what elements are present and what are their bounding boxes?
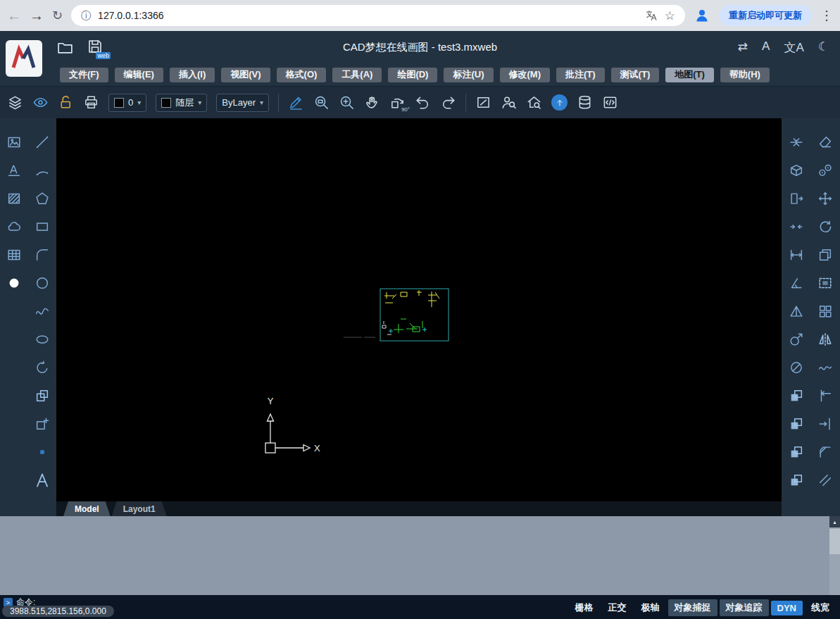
spline-tool[interactable] — [31, 300, 54, 323]
zoom-window-icon[interactable] — [313, 94, 330, 111]
layer-paste-tool[interactable] — [785, 441, 808, 463]
scrollbar-thumb[interactable] — [829, 529, 840, 554]
erase-tool[interactable] — [814, 131, 836, 154]
back-icon[interactable]: ← — [7, 8, 21, 23]
menu-help[interactable]: 帮助(H) — [720, 68, 770, 82]
break-tool[interactable] — [785, 215, 808, 238]
box-3d-tool[interactable] — [785, 159, 808, 182]
insert-block-tool[interactable] — [31, 384, 54, 407]
menu-test[interactable]: 测试(T) — [611, 68, 660, 82]
toggle-grid[interactable]: 栅格 — [569, 599, 600, 616]
measure-tool[interactable] — [785, 244, 808, 266]
point-style-tool[interactable] — [3, 272, 25, 294]
layers-icon[interactable] — [7, 94, 23, 111]
save-web-icon[interactable]: web — [87, 38, 105, 56]
drawing-canvas[interactable]: Y X Model Layout1 — [56, 118, 782, 516]
arc-arrow-tool[interactable] — [31, 356, 54, 379]
browser-menu-icon[interactable]: ⋮ — [820, 9, 833, 22]
scroll-up-icon[interactable]: ▲ — [829, 516, 840, 527]
ellipse-tool[interactable] — [31, 328, 54, 351]
menu-annotate[interactable]: 批注(T) — [556, 68, 605, 82]
print-icon[interactable] — [83, 94, 99, 111]
layer-copy-tool[interactable] — [785, 384, 808, 407]
color-dropdown[interactable]: 随层 ▾ — [156, 94, 207, 112]
bookmark-star-icon[interactable]: ☆ — [665, 10, 675, 22]
stretch-tool[interactable] — [785, 187, 808, 210]
sketch-pencil-icon[interactable] — [288, 94, 304, 111]
viewport-icon[interactable] — [475, 94, 491, 111]
redo-icon[interactable] — [440, 94, 456, 111]
url-text[interactable]: 127.0.0.1:3366 — [98, 10, 638, 21]
point-tool[interactable] — [31, 441, 54, 463]
toggle-osnap[interactable]: 对象捕捉 — [668, 599, 717, 616]
spline-edit-tool[interactable] — [814, 356, 836, 379]
rectangle-tool[interactable] — [31, 215, 54, 238]
toggle-dyn[interactable]: DYN — [771, 601, 803, 615]
arc-tool[interactable] — [31, 159, 54, 182]
dark-mode-icon[interactable]: ☾ — [818, 39, 829, 56]
reload-icon[interactable]: ↻ — [52, 9, 63, 22]
circle-tool[interactable] — [31, 272, 54, 294]
tab-model[interactable]: Model — [63, 501, 111, 516]
toggle-lineweight[interactable]: 线宽 — [805, 599, 836, 616]
home-view-icon[interactable] — [526, 94, 542, 111]
revision-cloud-tool[interactable] — [3, 215, 25, 238]
toggle-polar[interactable]: 极轴 — [635, 599, 666, 616]
user-search-icon[interactable] — [501, 94, 517, 111]
layer-move-tool[interactable] — [785, 413, 808, 435]
line-tool[interactable] — [31, 131, 54, 154]
align-tool[interactable] — [785, 131, 808, 154]
rotate-90-button[interactable]: 90° — [389, 94, 406, 111]
select-window-tool[interactable] — [814, 272, 836, 294]
create-block-tool[interactable] — [31, 413, 54, 435]
database-icon[interactable] — [577, 94, 593, 111]
chamfer-tool[interactable] — [814, 441, 836, 463]
copy-tool[interactable] — [814, 244, 836, 266]
menu-draw[interactable]: 绘图(D) — [388, 68, 437, 82]
forward-icon[interactable]: → — [30, 8, 44, 23]
trim-tool[interactable] — [814, 384, 836, 407]
fillet-tool[interactable] — [31, 244, 54, 266]
browser-update-button[interactable]: 重新启动即可更新 — [719, 5, 812, 26]
table-tool[interactable] — [3, 244, 25, 266]
pan-icon[interactable] — [364, 94, 380, 111]
translate-icon[interactable] — [645, 9, 658, 22]
divide-tool[interactable] — [814, 159, 836, 182]
text-tool[interactable] — [31, 469, 54, 492]
hatch-tool[interactable] — [3, 187, 25, 210]
menu-format[interactable]: 格式(O) — [277, 68, 327, 82]
undo-icon[interactable] — [415, 94, 431, 111]
site-info-icon[interactable]: ⓘ — [81, 11, 91, 20]
address-bar[interactable]: ⓘ 127.0.0.1:3366 ☆ — [71, 5, 685, 26]
cloud-upload-icon[interactable] — [551, 94, 568, 111]
command-history[interactable]: ▲ — [0, 516, 840, 595]
tab-layout1[interactable]: Layout1 — [112, 501, 167, 516]
menu-dimension[interactable]: 标注(U) — [444, 68, 493, 82]
menu-insert[interactable]: 插入(I) — [170, 68, 215, 82]
zoom-extents-icon[interactable] — [339, 94, 355, 111]
polygon-tool[interactable] — [31, 187, 54, 210]
layer-visibility-icon[interactable] — [32, 94, 49, 111]
layer-dropdown[interactable]: 0 ▾ — [108, 94, 146, 112]
mirror-tool[interactable] — [814, 328, 836, 351]
menu-view[interactable]: 视图(V) — [221, 68, 270, 82]
compare-arrows-icon[interactable]: ⇄ — [738, 39, 748, 56]
diameter-tool[interactable] — [785, 356, 808, 379]
array-tool[interactable] — [814, 300, 836, 323]
lock-icon[interactable] — [58, 94, 74, 111]
linetype-dropdown[interactable]: ByLayer ▾ — [216, 94, 269, 112]
history-scrollbar[interactable]: ▲ — [829, 516, 840, 595]
scale-tool[interactable] — [785, 328, 808, 351]
toggle-otrack[interactable]: 对象追踪 — [720, 599, 769, 616]
toggle-ortho[interactable]: 正交 — [602, 599, 633, 616]
angle-tool[interactable] — [785, 272, 808, 294]
menu-file[interactable]: 文件(F) — [60, 68, 108, 82]
menu-map[interactable]: 地图(T) — [665, 68, 714, 82]
layer-merge-tool[interactable] — [785, 469, 808, 492]
open-file-icon[interactable] — [56, 39, 74, 56]
menu-modify[interactable]: 修改(M) — [500, 68, 551, 82]
profile-avatar[interactable] — [694, 7, 710, 24]
rotate-tool[interactable] — [814, 215, 836, 238]
offset-tool[interactable] — [814, 469, 836, 492]
script-icon[interactable] — [602, 94, 618, 111]
